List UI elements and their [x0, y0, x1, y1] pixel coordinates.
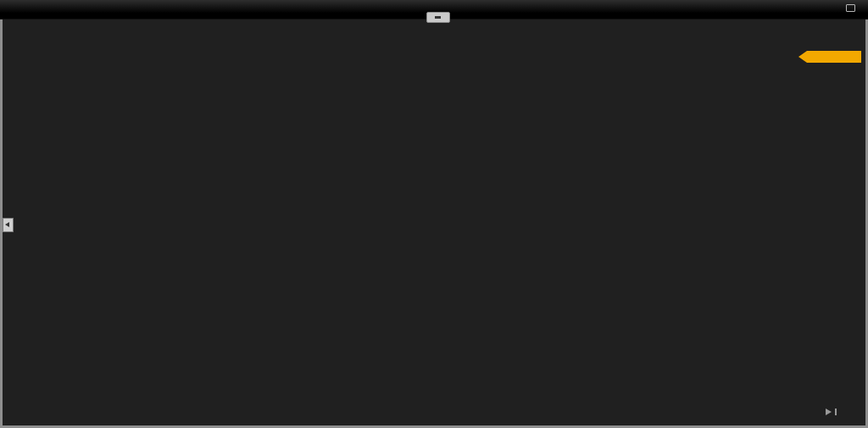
scroll-end-icon — [835, 409, 837, 415]
window-controls — [838, 3, 863, 14]
current-price-badge — [807, 51, 861, 63]
maximize-icon — [846, 4, 855, 12]
collapse-handle-icon — [435, 16, 441, 19]
current-price-badge-arrow — [798, 51, 807, 63]
scroll-right-button[interactable] — [825, 409, 837, 416]
chart-window — [0, 0, 868, 428]
scroll-right-icon — [826, 409, 832, 415]
chart-canvas[interactable] — [0, 0, 868, 428]
maximize-button[interactable] — [846, 3, 855, 14]
panel-collapse-button[interactable] — [426, 12, 450, 23]
sidebar-collapse-button[interactable] — [3, 218, 14, 232]
left-arrow-icon — [5, 222, 9, 227]
